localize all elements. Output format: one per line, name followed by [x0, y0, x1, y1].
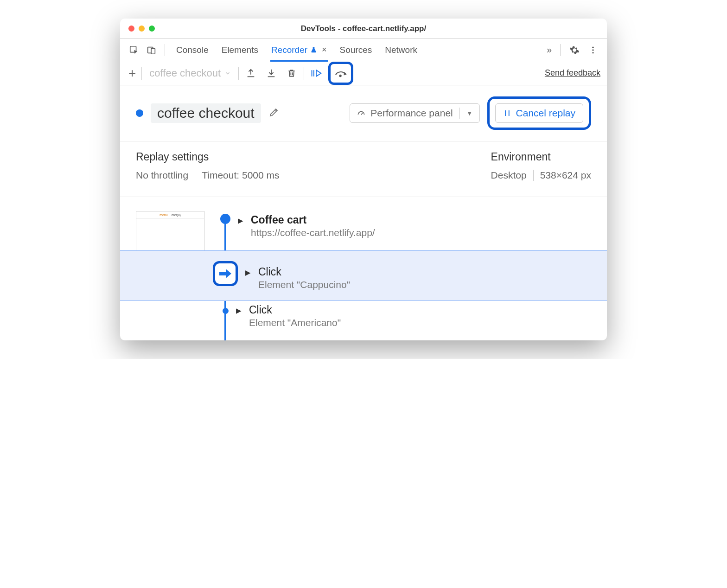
chevron-down-icon: [224, 70, 231, 77]
svg-point-4: [592, 49, 593, 51]
tab-console[interactable]: Console: [175, 40, 210, 60]
import-icon[interactable]: [263, 65, 280, 82]
current-step-marker: [213, 261, 238, 286]
arrow-right-icon: [218, 268, 232, 279]
recorder-toolbar: + coffee checkout Send feedback: [120, 61, 607, 85]
divider: [238, 67, 239, 80]
minimize-window-button[interactable]: [139, 26, 145, 32]
recording-dropdown[interactable]: coffee checkout: [146, 67, 235, 79]
close-window-button[interactable]: [128, 26, 134, 32]
new-recording-button[interactable]: +: [127, 66, 138, 81]
expand-step-icon[interactable]: ▶: [236, 307, 242, 315]
more-options-icon[interactable]: [586, 43, 600, 58]
divider: [141, 67, 142, 80]
tab-recorder[interactable]: Recorder ×: [270, 40, 328, 62]
send-feedback-link[interactable]: Send feedback: [545, 68, 600, 78]
timeout-value: Timeout: 5000 ms: [202, 170, 279, 181]
close-tab-icon[interactable]: ×: [322, 45, 327, 55]
recording-status-dot: [136, 109, 143, 117]
step-title: Click: [258, 266, 350, 278]
settings-icon[interactable]: [567, 43, 582, 58]
tab-sources[interactable]: Sources: [339, 40, 373, 60]
replay-settings: Replay settings No throttling Timeout: 5…: [136, 151, 280, 181]
step-title: Coffee cart: [251, 214, 375, 226]
devtools-window: DevTools - coffee-cart.netlify.app/ Cons…: [120, 19, 607, 340]
divider: [195, 170, 195, 181]
traffic-lights: [128, 26, 155, 32]
maximize-window-button[interactable]: [149, 26, 155, 32]
step-row[interactable]: ▶ Coffee cart https://coffee-cart.netlif…: [220, 211, 607, 250]
expand-step-icon[interactable]: ▶: [238, 217, 243, 225]
step-title: Click: [249, 304, 341, 316]
delete-icon[interactable]: [283, 65, 300, 82]
chevron-down-icon: ▼: [466, 109, 473, 117]
thumb-cart-label: cart(0): [172, 213, 181, 217]
pause-icon: [503, 109, 511, 117]
gauge-icon: [357, 109, 366, 118]
step-marker: [223, 308, 229, 314]
svg-point-3: [592, 46, 593, 48]
step-marker-start: [220, 214, 230, 224]
step-subtitle: https://coffee-cart.netlify.app/: [251, 227, 375, 238]
performance-panel-select[interactable]: Performance panel ▼: [350, 103, 479, 123]
cancel-replay-label: Cancel replay: [516, 108, 575, 119]
step-row[interactable]: ▶ Click Element "Americano": [220, 301, 607, 340]
step-over-highlight: [328, 62, 353, 85]
divider: [533, 170, 534, 181]
divider: [560, 44, 561, 56]
tabs: Console Elements Recorder × Sources Netw…: [175, 40, 418, 60]
divider: [304, 67, 304, 80]
cancel-replay-button[interactable]: Cancel replay: [495, 103, 583, 123]
timeline: ▶ Coffee cart https://coffee-cart.netlif…: [220, 211, 607, 340]
window-title: DevTools - coffee-cart.netlify.app/: [120, 24, 607, 33]
export-icon[interactable]: [242, 65, 259, 82]
recording-header: coffee checkout Performance panel ▼ Canc…: [120, 85, 607, 141]
tab-network[interactable]: Network: [384, 40, 418, 60]
thumb-menu-label: menu: [159, 213, 168, 217]
environment-viewport: 538×624 px: [540, 170, 591, 181]
steps-section: menu cart(0) Total: $0.00 ▶ Coffee cart …: [120, 197, 607, 340]
divider: [459, 108, 460, 119]
cancel-replay-highlight: Cancel replay: [487, 96, 591, 130]
step-subtitle: Element "Americano": [249, 317, 341, 328]
flask-icon: [310, 46, 317, 53]
device-toggle-icon[interactable]: [144, 43, 159, 58]
more-tabs-icon[interactable]: »: [545, 45, 554, 55]
tab-recorder-label: Recorder: [271, 45, 307, 55]
inspect-element-icon[interactable]: [127, 43, 141, 58]
expand-step-icon[interactable]: ▶: [245, 268, 251, 277]
step-over-icon[interactable]: [332, 65, 349, 82]
environment-header: Environment: [491, 151, 591, 163]
settings-row: Replay settings No throttling Timeout: 5…: [120, 141, 607, 197]
resume-icon[interactable]: [308, 65, 325, 82]
divider: [165, 44, 165, 56]
svg-rect-2: [151, 48, 155, 54]
step-subtitle: Element "Cappucino": [258, 279, 350, 290]
performance-panel-label: Performance panel: [370, 108, 453, 119]
tabbar: Console Elements Recorder × Sources Netw…: [120, 39, 607, 61]
tab-elements[interactable]: Elements: [221, 40, 259, 60]
step-row-current[interactable]: ▶ Click Element "Cappucino": [120, 250, 607, 301]
edit-name-button[interactable]: [268, 107, 280, 120]
recording-dropdown-label: coffee checkout: [149, 67, 221, 79]
recording-name: coffee checkout: [151, 103, 261, 123]
svg-point-6: [339, 75, 341, 76]
replay-settings-header: Replay settings: [136, 151, 280, 163]
titlebar: DevTools - coffee-cart.netlify.app/: [120, 19, 607, 39]
environment-device: Desktop: [491, 170, 527, 181]
svg-point-5: [592, 52, 593, 53]
throttling-value: No throttling: [136, 170, 188, 181]
environment-settings: Environment Desktop 538×624 px: [491, 151, 591, 181]
